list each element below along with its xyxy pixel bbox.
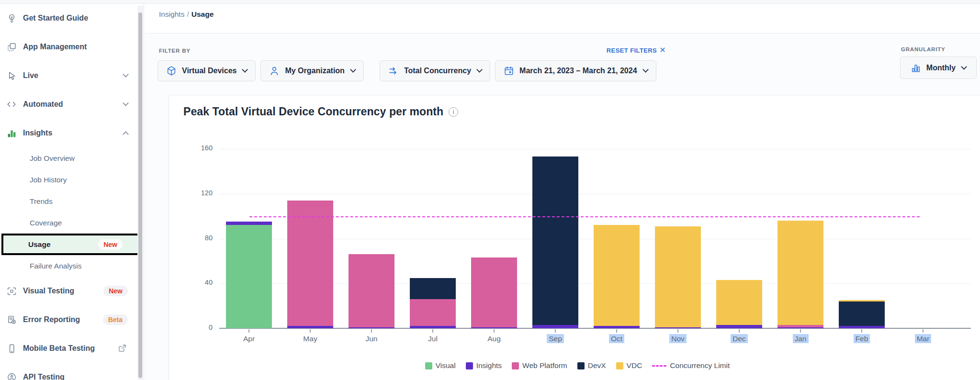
badge-beta: Beta [103,314,128,325]
bar-nov-insights[interactable] [655,327,701,328]
x-axis-tick [616,329,617,333]
x-axis-label-jun: Jun [351,335,392,343]
concurrency-icon [388,66,399,76]
legend-dashed-line-swatch [652,365,666,367]
bar-dec-insights[interactable] [716,325,762,328]
chart-legend: VisualInsightsWeb PlatformDevXVDCConcurr… [169,361,980,370]
bar-sep-insights[interactable] [532,325,578,328]
filter-device-type-dropdown[interactable]: Virtual Devices [158,60,256,81]
lightbulb-icon [6,13,17,23]
x-axis-tick [310,329,311,333]
x-axis-label-may: May [290,335,330,343]
sidebar-item-label: API Testing [23,373,65,380]
legend-insights[interactable]: Insights [466,361,502,370]
window-top-strip [0,0,980,4]
bar-aug-web-platform[interactable] [471,257,517,327]
x-axis-label-aug: Aug [474,335,514,343]
bar-jan-web-platform[interactable] [777,325,823,327]
sidebar-item-job-history[interactable]: Job History [0,169,144,190]
bar-may-insights[interactable] [287,326,333,328]
bar-jan-vdc[interactable] [777,221,823,325]
bar-aug-insights[interactable] [471,327,517,328]
sidebar-item-label: Error Reporting [23,315,80,324]
y-axis-label: 0 [191,324,213,333]
sidebar-item-app-management[interactable]: App Management [0,33,144,61]
bar-feb-vdc[interactable] [839,300,885,301]
chevron-down-icon [123,100,129,106]
sidebar-item-coverage[interactable]: Coverage [0,212,144,234]
sidebar-item-automated[interactable]: Automated [0,90,144,119]
sidebar-item-usage[interactable]: UsageNew [1,234,140,255]
sidebar-item-label: Automated [23,100,63,109]
y-axis-label: 160 [191,144,213,154]
legend-swatch [425,362,432,369]
bar-oct-insights[interactable] [594,326,640,328]
sidebar-item-label: Insights [23,129,52,137]
breadcrumb-parent-link[interactable]: Insights [159,10,184,18]
bar-jul-devx[interactable] [410,278,456,300]
sidebar-item-insights[interactable]: Insights [0,119,144,147]
bar-jul-web-platform[interactable] [410,299,456,326]
chevron-down-icon [476,67,483,73]
bar-may-web-platform[interactable] [287,201,333,326]
api-icon [6,372,17,380]
filter-date-range-dropdown[interactable]: March 21, 2023 – March 21, 2024 [495,60,656,81]
bar-jun-insights[interactable] [349,327,394,328]
bar-oct-vdc[interactable] [594,225,640,326]
bar-feb-devx[interactable] [839,302,885,326]
reset-filters-button[interactable]: RESET FILTERS✕ [607,46,666,55]
insights-bars-icon [6,128,17,138]
y-axis-label: 80 [191,234,213,244]
x-axis-label-mar: Mar [903,335,943,343]
legend-label: Visual [436,361,456,370]
x-axis-label-oct: Oct [597,335,637,343]
concurrency-bar-chart: 04080120160AprMayJunJulAugSepOctNovDecJa… [219,149,971,328]
sidebar-scrollbar-thumb[interactable] [138,12,142,378]
bar-jul-insights[interactable] [410,326,456,328]
x-axis-label-jan: Jan [780,335,821,343]
sidebar-item-visual-testing[interactable]: Visual TestingNew [0,277,144,305]
legend-visual[interactable]: Visual [425,361,456,370]
granularity-dropdown[interactable]: Monthly [900,56,977,79]
sidebar-item-job-overview[interactable]: Job Overview [0,147,144,169]
sidebar-item-failure-analysis[interactable]: Failure Analysis [0,255,144,277]
sidebar-item-label: Visual Testing [23,287,74,295]
sidebar-item-live[interactable]: Live [0,61,144,90]
legend-label: Concurrency Limit [670,361,730,370]
sidebar-item-mobile-beta-testing[interactable]: Mobile Beta Testing [0,334,144,363]
legend-vdc[interactable]: VDC [616,361,642,370]
legend-web-platform[interactable]: Web Platform [512,361,567,370]
legend-concurrency-limit[interactable]: Concurrency Limit [652,361,730,370]
bar-nov-vdc[interactable] [655,226,701,327]
chevron-up-icon [123,131,129,137]
sidebar-item-label: Job Overview [30,154,75,163]
bar-apr-visual[interactable] [226,225,272,328]
info-icon[interactable]: i [449,107,458,117]
bar-dec-vdc[interactable] [716,280,762,325]
sidebar-item-label: Live [23,71,38,80]
x-axis-label-apr: Apr [229,335,269,343]
content-area: FILTER BY RESET FILTERS✕ Virtual Devices… [145,34,980,380]
legend-devx[interactable]: DevX [577,361,606,370]
sidebar-item-trends[interactable]: Trends [0,190,144,212]
legend-swatch [577,362,585,369]
bar-jun-web-platform[interactable] [349,254,394,327]
sidebar-item-api-testing[interactable]: API Testing [0,363,144,380]
sidebar-item-error-reporting[interactable]: Error ReportingBeta [0,305,144,334]
bar-jan-insights[interactable] [777,327,823,328]
usage-chart-card: Peak Total Virtual Device Concurrency pe… [169,95,980,380]
filter-organization-dropdown[interactable]: My Organization [260,60,363,81]
bar-feb-insights[interactable] [839,326,885,328]
app-root: { "colors": { "accent_blue": "#2e6fd6", … [0,0,980,380]
chevron-down-icon [242,67,248,73]
filter-metric-dropdown[interactable]: Total Concurrency [380,60,490,81]
filter-device-type-value: Virtual Devices [182,67,237,75]
sidebar-item-label: Job History [30,176,67,184]
granularity-label: GRANULARITY [900,46,977,52]
sidebar: Get Started GuideApp ManagementLiveAutom… [0,4,144,380]
y-axis-label: 40 [191,279,213,288]
x-axis-label-nov: Nov [658,335,698,343]
sidebar-item-get-started-guide[interactable]: Get Started Guide [0,4,144,33]
bar-apr-insights[interactable] [226,222,272,225]
bar-sep-devx[interactable] [532,156,578,325]
